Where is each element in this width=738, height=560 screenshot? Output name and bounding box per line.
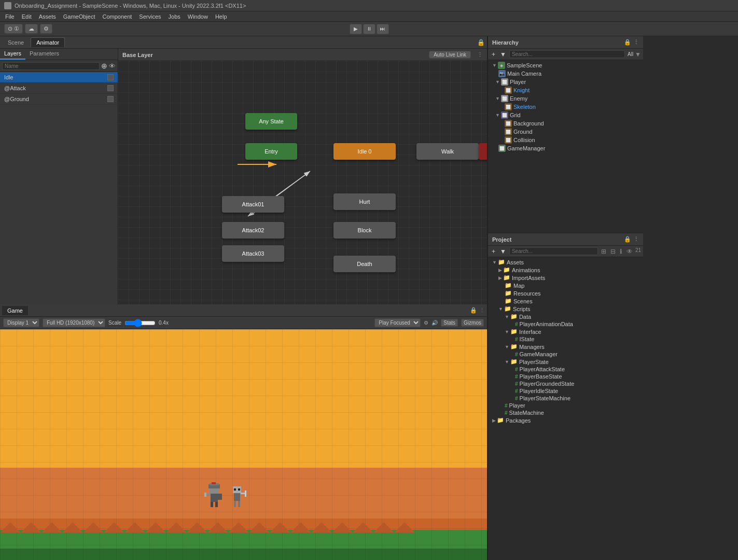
menu-gameobject[interactable]: GameObject — [60, 13, 99, 20]
node-idle[interactable]: Idle 0 — [333, 143, 396, 160]
project-item-resources[interactable]: 📁 Resources — [488, 289, 643, 297]
project-icon-2[interactable]: ⊟ — [609, 247, 617, 256]
project-item-istate[interactable]: # IState — [488, 335, 643, 343]
project-item-scripts[interactable]: ▼ 📁 Scripts — [488, 305, 643, 313]
project-item-assets[interactable]: ▼ 📁 Assets — [488, 258, 643, 266]
project-item-playerstatemachine[interactable]: # PlayerStateMachine — [488, 395, 643, 402]
project-search-input[interactable] — [509, 247, 598, 255]
hierarchy-search-input[interactable] — [509, 50, 625, 58]
resolution-select[interactable]: Full HD (1920x1080) — [43, 318, 105, 327]
play-button[interactable]: ▶ — [350, 24, 362, 34]
hierarchy-item-maincamera[interactable]: 📷 Main Camera — [488, 69, 643, 78]
project-item-animations[interactable]: ▶ 📁 Animations — [488, 266, 643, 274]
hierarchy-item-knight[interactable]: ⬜ Knight — [488, 86, 643, 94]
gizmos-btn[interactable]: Gizmos — [461, 319, 484, 327]
tab-scene[interactable]: Scene — [2, 37, 30, 47]
project-item-gamemanager-script[interactable]: # GameManager — [488, 351, 643, 358]
layer-ground-checkbox[interactable] — [107, 96, 114, 102]
project-item-interface[interactable]: ▼ 📁 Interface — [488, 328, 643, 335]
hierarchy-item-background[interactable]: ⬜ Background — [488, 119, 643, 128]
scale-slider[interactable] — [124, 319, 156, 327]
node-hurt[interactable]: Hurt — [333, 193, 396, 210]
project-item-playeridlestate[interactable]: # PlayerIdleState — [488, 387, 643, 395]
project-item-importassets[interactable]: ▶ 📁 ImportAssets — [488, 274, 643, 282]
game-lock-icon[interactable]: 🔒 — [470, 307, 477, 314]
project-item-statemachine-script[interactable]: # StateMachine — [488, 409, 643, 416]
settings-icon[interactable]: ⚙ — [424, 320, 428, 326]
game-select[interactable]: Display 1 — [3, 318, 39, 327]
node-attack02[interactable]: Attack02 — [222, 222, 284, 239]
hierarchy-more-icon[interactable]: ⋮ — [633, 39, 639, 46]
menu-help[interactable]: Help — [212, 13, 230, 20]
layer-idle-checkbox[interactable] — [107, 74, 114, 80]
layers-add-button[interactable]: ⊕ — [101, 62, 107, 70]
project-icon-4[interactable]: 👁 — [625, 247, 634, 256]
node-attack01[interactable]: Attack01 — [222, 196, 284, 213]
menu-file[interactable]: File — [2, 13, 18, 20]
auto-live-link-button[interactable]: Auto Live Link — [429, 51, 471, 59]
hierarchy-add-button[interactable]: + — [490, 50, 497, 59]
menu-jobs[interactable]: Jobs — [165, 13, 184, 20]
node-walk[interactable]: Walk — [416, 143, 479, 160]
hierarchy-filter-icon[interactable]: ▼ — [635, 51, 641, 58]
hierarchy-item-ground-obj[interactable]: ⬜ Ground — [488, 128, 643, 136]
layer-item-attack[interactable]: @Attack — [0, 83, 118, 94]
step-button[interactable]: ⏭ — [377, 24, 389, 34]
project-icon-1[interactable]: ⊞ — [600, 247, 608, 256]
project-more-icon[interactable]: ⋮ — [633, 236, 639, 243]
hierarchy-item-grid[interactable]: ▼ ⬜ Grid — [488, 111, 643, 119]
hierarchy-item-gamemanager[interactable]: ⬜ GameManager — [488, 144, 643, 152]
project-item-playerbasestate[interactable]: # PlayerBaseState — [488, 373, 643, 380]
hierarchy-arrow-button[interactable]: ▼ — [498, 50, 508, 59]
project-item-packages[interactable]: ▶ 📁 Packages — [488, 416, 643, 424]
node-block[interactable]: Block — [333, 222, 396, 239]
project-item-player-script[interactable]: # Player — [488, 402, 643, 409]
project-item-map[interactable]: 📁 Map — [488, 282, 643, 289]
project-add-button[interactable]: + — [490, 247, 497, 256]
hierarchy-item-samplescene[interactable]: ▼ ◈ SampleScene — [488, 61, 643, 69]
project-item-scenes[interactable]: 📁 Scenes — [488, 297, 643, 305]
project-item-data[interactable]: ▼ 📁 Data — [488, 313, 643, 320]
play-focused-select[interactable]: Play Focused — [374, 318, 421, 327]
hierarchy-item-player[interactable]: ▼ ⬜ Player — [488, 78, 643, 86]
node-attack03[interactable]: Attack03 — [222, 245, 284, 262]
account-button[interactable]: ⊙ ① — [4, 24, 23, 34]
layer-attack-checkbox[interactable] — [107, 85, 114, 91]
hierarchy-item-enemy[interactable]: ▼ ⬜ Enemy — [488, 94, 643, 103]
eye-icon[interactable]: 👁 — [109, 62, 116, 70]
layer-item-idle[interactable]: Idle — [0, 72, 118, 83]
collab-button[interactable]: ☁ — [25, 24, 38, 34]
node-exit[interactable]: Exit — [479, 143, 487, 160]
settings-button[interactable]: ⚙ — [40, 24, 52, 34]
game-tab[interactable]: Game — [2, 306, 28, 315]
menu-edit[interactable]: Edit — [19, 13, 35, 20]
project-item-managers[interactable]: ▼ 📁 Managers — [488, 343, 643, 351]
menu-services[interactable]: Services — [136, 13, 164, 20]
pause-button[interactable]: ⏸ — [363, 24, 375, 34]
game-more-icon[interactable]: ⋮ — [479, 307, 485, 314]
project-item-playerattackstate[interactable]: # PlayerAttackState — [488, 366, 643, 373]
tab-lock-icon[interactable]: 🔒 — [477, 39, 485, 46]
project-item-playeranimdata[interactable]: # PlayerAnimationData — [488, 320, 643, 328]
layers-tab[interactable]: Layers — [0, 49, 25, 60]
tab-animator[interactable]: Animator — [31, 37, 65, 47]
project-lock-icon[interactable]: 🔒 — [624, 236, 631, 243]
menu-window[interactable]: Window — [185, 13, 211, 20]
hierarchy-item-skeleton[interactable]: ⬜ Skeleton — [488, 103, 643, 111]
hierarchy-lock-icon[interactable]: 🔒 — [624, 39, 631, 46]
menu-component[interactable]: Component — [99, 13, 135, 20]
node-entry[interactable]: Entry — [245, 143, 297, 160]
node-death[interactable]: Death — [333, 256, 396, 272]
layer-item-ground[interactable]: @Ground — [0, 94, 118, 105]
menu-assets[interactable]: Assets — [36, 13, 59, 20]
layers-search-input[interactable] — [2, 62, 100, 70]
node-any-state[interactable]: Any State — [245, 113, 297, 130]
animator-more-icon[interactable]: ⋮ — [477, 51, 483, 58]
project-item-playerstate[interactable]: ▼ 📁 PlayerState — [488, 358, 643, 366]
project-icon-3[interactable]: ℹ — [618, 247, 624, 256]
hierarchy-item-collision[interactable]: ⬜ Collision — [488, 136, 643, 144]
audio-icon[interactable]: 🔊 — [431, 320, 438, 326]
project-item-playergroundedstate[interactable]: # PlayerGroundedState — [488, 380, 643, 387]
project-arrow-button[interactable]: ▼ — [498, 247, 508, 256]
parameters-tab[interactable]: Parameters — [25, 49, 63, 60]
